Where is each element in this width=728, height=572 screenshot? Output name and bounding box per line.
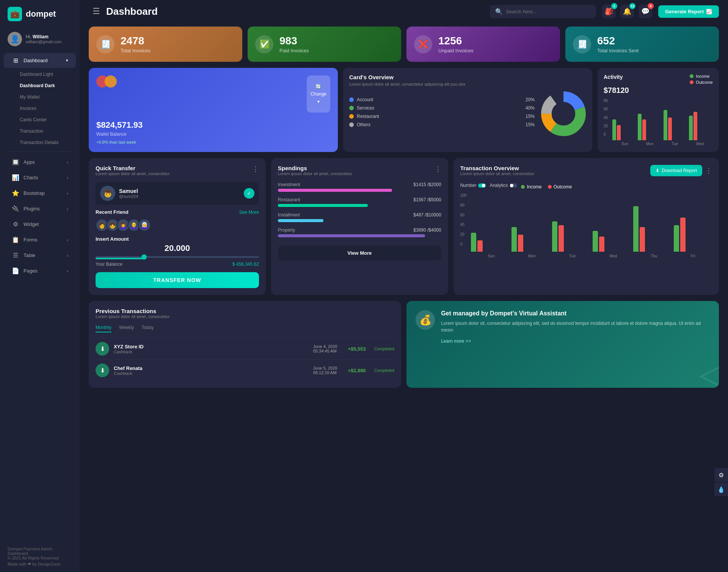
prev-tx-subtitle: Lorem ipsum dolor sit amet, consectetur [96,314,170,319]
legend-label: Restaurant [357,114,379,119]
sidebar-item-label: Table [24,252,35,258]
friend-details: Samuel @sum224 [119,188,138,199]
legend-label: Services [357,105,374,111]
see-all-link[interactable]: See More [239,210,259,215]
submenu-my-wallet[interactable]: My Wallet [0,91,80,103]
wallet-card: 🔄 Change ▾ $824,571.93 Wallet Balance +0… [89,68,338,152]
legend-dot [349,114,354,119]
transfer-now-button[interactable]: TRANSFER NOW [96,272,259,288]
download-report-button[interactable]: ⬇ Download Report [650,165,702,176]
submenu-dashboard-light[interactable]: Dashboard Light [0,69,80,80]
search-input[interactable] [506,9,591,14]
legend-outcome: Outcome [690,80,713,85]
chevron-down-icon: ▾ [66,58,68,63]
menu-divider [8,151,72,152]
legend-pct: 20% [526,97,535,102]
panel-subtitle: Lorem ipsum dolor sit amet, consectetur [278,171,352,176]
sidebar-item-bootstrap[interactable]: ⭐ Bootstrap › [4,186,76,201]
middle-row: 🔄 Change ▾ $824,571.93 Wallet Balance +0… [89,68,719,152]
submenu-cards-center[interactable]: Cards Center [0,114,80,125]
analytics-toggle[interactable] [510,183,517,188]
income-dot [521,185,525,189]
spending-value: $1567 /$5000 [413,197,441,202]
recent-label: Recent Friend [96,209,129,215]
legend-income: Income [690,74,713,78]
topbar-icons: 🎒 2 🔔 12 💬 8 [602,5,652,18]
activity-chart: 80 60 40 20 0 [604,99,713,146]
bar-group-sun [612,119,636,140]
tx-info: XYZ Store ID Cashback [114,344,144,354]
generate-report-button[interactable]: Generate Report 📈 [658,5,719,18]
income-bar [633,206,639,252]
activity-title: Activity [604,74,623,80]
view-more-button[interactable]: View More [278,246,441,260]
amount-slider[interactable] [96,256,259,259]
more-options-button[interactable]: ⋮ [705,166,712,175]
page-title: Dashboard [106,6,484,17]
y-axis: 80 60 40 20 0 [604,99,610,136]
submenu-dashboard-dark[interactable]: Dashboard Dark [0,80,80,91]
friend-name: Samuel [119,188,138,194]
sidebar-item-widget[interactable]: ⚙ Widget [4,217,76,232]
sidebar-item-table[interactable]: ☰ Table › [4,248,76,263]
spending-value: $487 /$10000 [413,212,441,218]
stat-icon: 🧾 [96,35,115,53]
wallet-icon-btn[interactable]: 🎒 2 [602,5,616,18]
more-options-button[interactable]: ⋮ [435,165,441,173]
legend-income: Income [521,184,541,190]
submenu-transaction[interactable]: Transaction [0,125,80,137]
spending-label: Installment [278,212,300,218]
legend-left: Services [349,105,374,111]
spending-label: Property [278,227,295,233]
outcome-bar [559,225,564,252]
submenu-invoices[interactable]: Invoices [0,103,80,114]
outcome-dot [690,80,693,84]
tab-today[interactable]: Today [141,325,154,332]
spending-label: Restaurant [278,197,300,202]
brand-name: Dompet Payment Admin Dashboard [8,547,72,556]
learn-more-link[interactable]: Learn more >> [441,338,471,344]
notifications-btn[interactable]: 🔔 12 [620,5,634,18]
hamburger-menu[interactable]: ☰ [93,6,100,16]
change-button[interactable]: 🔄 Change ▾ [307,75,330,113]
pages-icon: 📄 [11,267,20,274]
sidebar-item-apps[interactable]: 🔲 Apps › [4,155,76,169]
slider-fill [96,258,144,259]
donut-title: Card's Overview [349,74,586,80]
sidebar-item-forms[interactable]: 📋 Forms › [4,232,76,247]
friend-avatar: 👦 [100,186,115,201]
stat-card-total-sent: 🧾 652 Total Invoices Sent [565,27,719,62]
tx-amount: +$2,890 [348,368,366,373]
friend-avatars: 👩 👧 👩‍🦱 👩‍🦲 👩‍🦳 [96,219,259,232]
income-bar [689,116,693,140]
legend-left: Others [349,122,370,127]
messages-btn[interactable]: 💬 8 [639,5,652,18]
va-decoration: ◁ [699,356,719,388]
control-number: Number [460,183,486,188]
legend-left: Restaurant [349,114,379,119]
outcome-bar [477,240,483,252]
more-options-button[interactable]: ⋮ [252,165,259,173]
sidebar-item-plugins[interactable]: 🔌 Plugins › [4,201,76,216]
income-bar [612,119,616,140]
mc-circle-right [105,75,117,88]
settings-button[interactable]: ⚙ [714,468,728,482]
number-toggle[interactable] [478,183,486,188]
tab-monthly[interactable]: Monthly [96,325,111,332]
income-bar [552,221,557,252]
sidebar-item-dashboard[interactable]: ⊞ Dashboard ▾ [4,53,76,68]
sidebar-item-pages[interactable]: 📄 Pages › [4,263,76,278]
stat-info: 983 Paid Invoices [279,35,309,53]
donut-legend: Account 20% Services 40% [349,97,535,130]
tab-weekly[interactable]: Weekly [119,325,134,332]
water-drop-button[interactable]: 💧 [714,483,728,496]
tx-name: XYZ Store ID [114,344,144,349]
quick-transfer-panel: Quick Transfer Lorem ipsum dolor sit ame… [89,158,266,295]
va-content: 💰 Get managed by Dompet's Virtual Assist… [416,310,710,344]
avatar: 👤 [8,32,22,46]
submenu-transaction-details[interactable]: Transaction Details [0,137,80,148]
sidebar-item-label: Plugins [24,206,40,212]
big-bar-chart [471,199,712,252]
income-bar [593,231,598,252]
sidebar-item-charts[interactable]: 📊 Charts › [4,170,76,185]
